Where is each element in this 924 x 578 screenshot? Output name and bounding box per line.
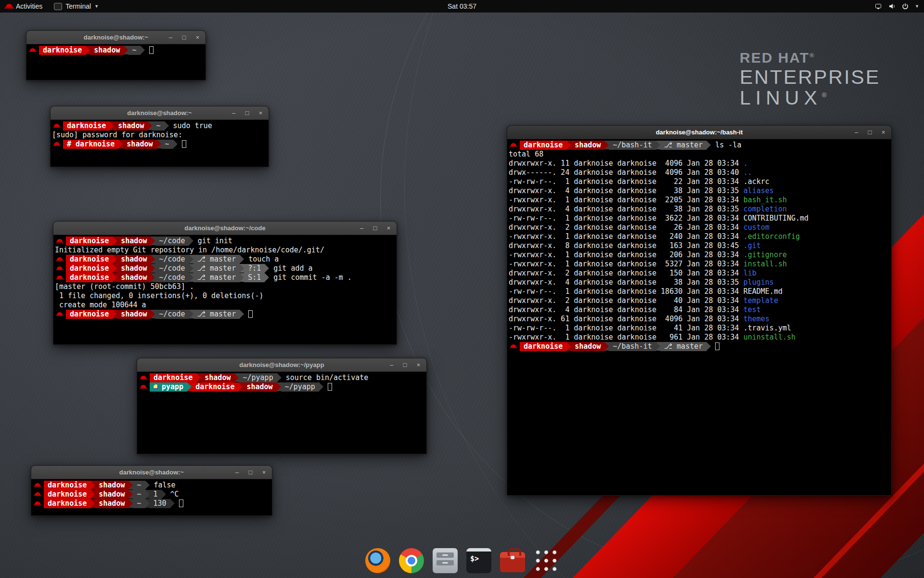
prompt-segment: ~	[128, 46, 140, 55]
terminal-content[interactable]: darknoiseshadow~/pyappsource bin/activat…	[137, 372, 426, 454]
window-minimize-button[interactable]: –	[167, 34, 174, 40]
terminal-line: drwxrwxr-x. 4 darknoise darknoise 38 Jan…	[509, 278, 890, 287]
clock-label[interactable]: Sat 03:57	[448, 2, 476, 10]
command-text: sudo true	[169, 121, 212, 130]
redhat-icon	[57, 276, 63, 279]
dock-item-toolbox[interactable]	[499, 547, 526, 574]
powerline-separator-icon	[165, 121, 169, 130]
dock-item-files[interactable]	[432, 547, 459, 574]
window-titlebar[interactable]: darknoise@shadow:~/pyapp–□×	[137, 358, 426, 372]
terminal-line: 1 file changed, 0 insertions(+), 0 delet…	[55, 291, 396, 301]
terminal-line: drwxrwxr-x. 61 darknoise darknoise 4096 …	[509, 315, 890, 324]
window-titlebar[interactable]: darknoise@shadow:~/bash-it–□×	[507, 126, 891, 139]
prompt-segment: pyapp	[150, 382, 187, 392]
desktop: RED HAT® ENTERPRISE LINUX® Activities Te…	[0, 0, 924, 578]
screen-icon[interactable]	[874, 2, 882, 10]
powerline-separator-icon	[240, 264, 244, 273]
window-maximize-button[interactable]: □	[247, 469, 254, 475]
activities-button[interactable]: Activities	[0, 0, 48, 13]
window-maximize-button[interactable]: □	[372, 225, 378, 231]
file-name: lib	[744, 269, 757, 277]
window-close-button[interactable]: ×	[880, 129, 886, 135]
powerline-separator-icon	[706, 141, 711, 149]
prompt-segment: darknoise	[44, 499, 90, 508]
window-titlebar[interactable]: darknoise@shadow:~/code–□×	[53, 222, 397, 235]
prompt-segment: shadow	[117, 255, 151, 264]
dock-item-app-grid[interactable]	[533, 547, 560, 574]
window-minimize-button[interactable]: –	[234, 469, 240, 475]
window-minimize-button[interactable]: –	[231, 110, 237, 116]
terminal-content[interactable]: darknoiseshadow~falsedarknoiseshadow~1^C…	[31, 479, 272, 515]
window-close-button[interactable]: ×	[415, 362, 422, 368]
terminal-content[interactable]: darknoiseshadow~/bash-it⎇ masterls -lato…	[507, 139, 891, 495]
window-title: darknoise@shadow:~/pyapp	[137, 361, 426, 368]
terminal-line: -rw-rw-r--. 1 darknoise darknoise 3622 J…	[509, 214, 890, 223]
terminal-content[interactable]: darknoiseshadow~	[26, 44, 205, 80]
terminal-icon	[54, 3, 62, 10]
file-name: template	[744, 296, 778, 305]
terminal-line: darknoiseshadow~/bash-it⎇ masterls -la	[509, 141, 890, 150]
prompt-segment: ~	[133, 499, 145, 508]
window-titlebar[interactable]: darknoise@shadow:~–□×	[26, 31, 205, 44]
prompt-segment: darknoise	[520, 342, 566, 351]
window-minimize-button[interactable]: –	[388, 362, 395, 368]
terminal-content[interactable]: darknoiseshadow~sudo true[sudo] password…	[51, 120, 269, 167]
prompt-segment: darknoise	[66, 255, 113, 264]
file-name: test	[744, 305, 761, 314]
redhat-icon	[57, 266, 63, 270]
output-text: drwxrwxr-x. 4 darknoise darknoise 84 Jan…	[509, 305, 744, 314]
window-titlebar[interactable]: darknoise@shadow:~–□×	[31, 466, 272, 479]
terminal-icon: $>	[466, 548, 491, 573]
window-close-button[interactable]: ×	[194, 34, 201, 40]
file-name: bash_it.sh	[744, 196, 787, 204]
terminal-content[interactable]: darknoiseshadow~/codegit initInitialized…	[53, 235, 397, 344]
prompt-segment: ?:1	[244, 264, 265, 273]
output-text: -rwxrwxr-x. 1 darknoise darknoise 240 Ja…	[509, 232, 744, 241]
window-minimize-button[interactable]: –	[853, 129, 860, 135]
app-menu-terminal[interactable]: Terminal ▼	[48, 0, 104, 13]
prompt-segment: darknoise	[63, 121, 110, 131]
command-text: touch a	[244, 255, 279, 263]
powerline-separator-icon	[604, 342, 609, 351]
window-title: darknoise@shadow:~/bash-it	[507, 129, 891, 136]
volume-icon[interactable]	[888, 2, 896, 10]
window-close-button[interactable]: ×	[257, 110, 264, 116]
terminal-line: drwxrwxr-x. 4 darknoise darknoise 38 Jan…	[509, 186, 890, 196]
prompt-segment: darknoise	[192, 382, 238, 392]
file-name: ..	[744, 168, 752, 177]
window-controls: –□×	[359, 225, 392, 231]
terminal-line: drwxrwxr-x. 11 darknoise darknoise 4096 …	[509, 159, 890, 168]
window-controls: –□×	[231, 110, 264, 116]
file-name: uninstall.sh	[744, 333, 796, 342]
dock-item-chrome[interactable]	[398, 547, 425, 574]
powerline-separator-icon	[113, 255, 117, 263]
dock-item-firefox[interactable]	[364, 547, 391, 574]
prompt-segment: ⎇ master	[193, 264, 240, 273]
redhat-icon	[30, 48, 36, 52]
window-close-button[interactable]: ×	[385, 225, 392, 231]
window-titlebar[interactable]: darknoise@shadow:~–□×	[51, 106, 269, 120]
window-minimize-button[interactable]: –	[359, 225, 365, 231]
prompt-segment: ~/bash-it	[609, 342, 655, 351]
prompt-segment: ~/code	[155, 264, 189, 273]
output-text: drwxrwxr-x. 4 darknoise darknoise 38 Jan…	[509, 278, 744, 287]
output-text: drwx------. 24 darknoise darknoise 4096 …	[509, 168, 744, 177]
window-maximize-button[interactable]: □	[244, 110, 250, 116]
window-maximize-button[interactable]: □	[867, 129, 873, 135]
firefox-icon	[365, 548, 390, 573]
window-maximize-button[interactable]: □	[181, 34, 187, 40]
window-maximize-button[interactable]: □	[402, 362, 408, 368]
prompt-segment: S:1	[244, 273, 265, 282]
prompt-segment: shadow	[243, 382, 276, 392]
output-text: drwxrwxr-x. 2 darknoise darknoise 150 Ja…	[509, 269, 744, 277]
terminal-line: -rw-rw-r--. 1 darknoise darknoise 18630 …	[509, 287, 890, 296]
dock-item-terminal[interactable]: $>	[465, 547, 492, 574]
power-icon[interactable]	[901, 2, 909, 10]
window-close-button[interactable]: ×	[261, 469, 267, 475]
prompt-segment: ~/code	[155, 273, 189, 282]
caret-down-icon[interactable]: ▼	[915, 4, 919, 9]
prompt-segment: ~/code	[155, 310, 189, 319]
terminal-line: pyappdarknoiseshadow~/pyapp	[139, 382, 425, 392]
powerline-separator-icon	[240, 273, 244, 282]
terminal-line: darknoiseshadow~/code⎇ mastertouch a	[55, 255, 396, 264]
